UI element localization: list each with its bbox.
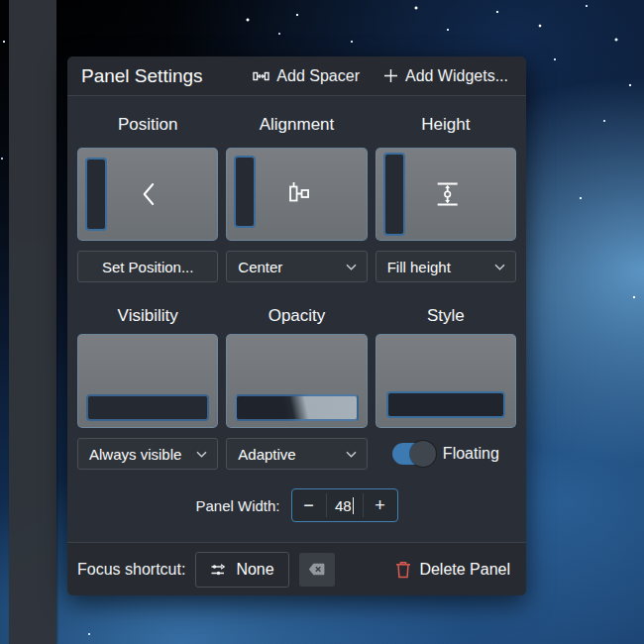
text-cursor [353, 497, 355, 514]
dialog-title: Panel Settings [81, 65, 203, 87]
chevron-down-icon [196, 451, 207, 458]
section-labels-row-1: Position Alignment Height [77, 112, 516, 140]
shortcut-value: None [236, 561, 273, 579]
fit-height-icon [433, 180, 461, 208]
position-preview[interactable] [77, 148, 218, 241]
add-widgets-button[interactable]: Add Widgets... [374, 62, 518, 90]
preview-row-1 [77, 148, 516, 241]
visibility-label: Visibility [77, 303, 218, 329]
alignment-value: Center [238, 259, 282, 275]
increment-button[interactable]: + [364, 489, 397, 521]
add-spacer-label: Add Spacer [276, 67, 360, 85]
panel-style-indicator [386, 391, 505, 418]
dialog-header: Panel Settings Add Spacer Add Widgets... [67, 56, 526, 96]
panel-bottom-indicator [86, 394, 209, 421]
alignment-combobox[interactable]: Center [226, 251, 367, 282]
alignment-preview[interactable] [226, 148, 367, 241]
trash-icon [395, 561, 411, 579]
dialog-footer: Focus shortcut: None [67, 542, 526, 595]
floating-control: Floating [376, 438, 516, 470]
decrement-button[interactable]: − [292, 489, 326, 521]
set-position-label: Set Position... [102, 259, 194, 275]
plasma-panel [9, 0, 56, 644]
floating-toggle[interactable] [392, 443, 434, 465]
height-value: Fill height [387, 259, 451, 275]
add-widgets-label: Add Widgets... [405, 67, 508, 85]
visibility-value: Always visible [89, 446, 181, 463]
visibility-combobox[interactable]: Always visible [77, 438, 218, 470]
section-labels-row-2: Visibility Opacity Style [77, 303, 516, 328]
spacer-icon [253, 69, 269, 83]
panel-edge-indicator [85, 158, 107, 231]
height-preview[interactable] [376, 148, 516, 241]
adaptive-opacity-indicator [235, 394, 358, 421]
opacity-combobox[interactable]: Adaptive [226, 438, 367, 470]
opacity-preview[interactable] [226, 334, 367, 428]
chevron-left-icon[interactable] [139, 181, 159, 207]
panel-width-value: 48 [335, 497, 352, 514]
desktop: Panel Settings Add Spacer Add Widgets... [0, 0, 644, 644]
height-label: Height [376, 112, 516, 140]
backspace-icon [308, 563, 325, 576]
panel-edge-indicator [383, 153, 405, 236]
chevron-down-icon [346, 264, 357, 270]
panel-width-label: Panel Width: [195, 497, 279, 514]
configure-shortcut-icon [210, 562, 227, 578]
focus-shortcut-button[interactable]: None [195, 552, 288, 588]
controls-row-1: Set Position... Center Fill height [77, 251, 516, 282]
add-spacer-button[interactable]: Add Spacer [243, 62, 370, 90]
panel-edge-indicator [234, 156, 256, 228]
style-label: Style [376, 303, 516, 329]
opacity-label: Opacity [226, 303, 367, 329]
panel-width-row: Panel Width: − 48 + [77, 488, 516, 522]
alignment-label: Alignment [226, 112, 367, 140]
plus-icon [383, 68, 398, 83]
panel-width-spinbox[interactable]: − 48 + [291, 488, 398, 522]
style-preview[interactable] [376, 334, 516, 428]
opacity-value: Adaptive [238, 446, 295, 463]
dialog-body: Position Alignment Height [67, 96, 526, 542]
delete-panel-label: Delete Panel [419, 561, 510, 579]
panel-width-value-field[interactable]: 48 [327, 489, 363, 521]
floating-label: Floating [443, 445, 499, 463]
panel-settings-dialog: Panel Settings Add Spacer Add Widgets... [67, 56, 526, 595]
set-position-button[interactable]: Set Position... [77, 251, 218, 282]
alignment-icon [285, 180, 311, 208]
height-combobox[interactable]: Fill height [376, 251, 516, 282]
delete-panel-button[interactable]: Delete Panel [391, 555, 514, 585]
chevron-down-icon [346, 451, 357, 458]
visibility-preview[interactable] [77, 334, 218, 428]
controls-row-2: Always visible Adaptive Floating [77, 438, 516, 470]
focus-shortcut-label: Focus shortcut: [77, 561, 185, 579]
position-label: Position [77, 112, 218, 140]
clear-shortcut-button[interactable] [299, 553, 335, 587]
toggle-knob [410, 441, 436, 467]
chevron-down-icon [494, 264, 505, 270]
preview-row-2 [77, 334, 516, 428]
